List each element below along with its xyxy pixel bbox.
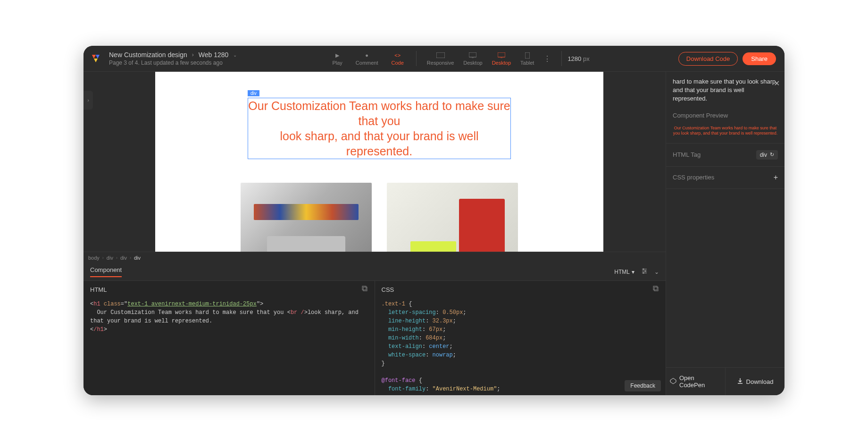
devices-group: Responsive Desktop Desktop Tablet ⋮ [422,49,556,68]
html-title: HTML [90,286,107,293]
sidebar-spacer [666,189,785,367]
css-properties-row[interactable]: CSS properties + [666,167,785,189]
download-label: Download [746,378,774,385]
copy-icon[interactable] [653,286,659,293]
code-icon: <> [394,51,401,59]
html-tag-value: div [760,152,767,158]
panel-tabs: Component HTML▾ ⌄ [83,263,666,281]
css-props-label: CSS properties [673,174,714,181]
device-label: Tablet [520,60,534,66]
language-dropdown[interactable]: HTML▾ [614,269,634,275]
codepen-label: Open CodePen [679,374,721,389]
sidebar-element-text: hard to make sure that you look sharp, a… [666,72,785,109]
svg-rect-17 [654,287,658,291]
header-center: ▶Play ●Comment <>Code Responsive Desktop… [237,49,678,68]
crumb[interactable]: body [88,255,100,261]
desktop-icon [469,51,476,59]
tablet-icon [525,51,530,59]
tool-comment[interactable]: ●Comment [349,49,385,68]
html-tag-row: HTML Tag div↻ [666,144,785,167]
crumb[interactable]: div [107,255,113,261]
selection-box: Our Customization Team works hard to mak… [248,98,511,159]
download-code-button[interactable]: Download Code [678,52,738,66]
codepen-icon [670,378,676,386]
share-button[interactable]: Share [743,52,776,65]
html-code[interactable]: <h1 class="text-1 avenirnext-medium-trin… [83,298,375,395]
page-name[interactable]: Web 1280 [199,51,229,59]
crumb[interactable]: div [120,255,127,261]
canvas-wrap: › div Our Customization Team works hard … [83,72,666,252]
panel-tabs-right: HTML▾ ⌄ [614,268,659,276]
selection-tag-label: div [248,90,259,96]
canvas-size[interactable]: 1280 px [568,55,589,62]
css-panel: CSS .text-1 { letter-spacing: 0.50px; li… [375,281,666,395]
divider [416,51,417,66]
svg-point-12 [643,269,644,270]
sidebar: hard to make sure that you look sharp, a… [666,72,785,395]
chevron-down-icon: ▾ [632,269,634,275]
css-code[interactable]: .text-1 { letter-spacing: 0.50px; line-h… [375,298,666,395]
header-right: Download Code Share [678,52,776,66]
device-desktop-2[interactable]: Desktop [487,49,516,68]
html-tag-label: HTML Tag [673,151,701,158]
chevron-right-icon: › [192,51,194,58]
open-codepen-button[interactable]: Open CodePen [666,368,726,395]
dom-breadcrumb: body› div› div› div [83,252,666,263]
tool-play[interactable]: ▶Play [326,49,349,68]
chevron-right-icon: › [130,255,131,260]
svg-marker-2 [94,59,98,62]
rail-expand-button[interactable]: › [83,91,93,110]
device-label: Desktop [492,60,511,66]
chevron-down-icon[interactable]: ⌄ [654,269,659,275]
play-icon: ▶ [335,51,339,59]
plus-icon[interactable]: + [774,173,778,182]
device-label: Responsive [427,60,454,66]
file-name[interactable]: New Customization design [109,51,187,59]
tool-code[interactable]: <>Code [385,49,410,68]
close-icon[interactable]: ✕ [774,78,780,89]
app-window: New Customization design › Web 1280 ⌄ Pa… [83,46,785,395]
canvas-area[interactable]: div Our Customization Team works hard to… [93,72,666,252]
tools-group: ▶Play ●Comment <>Code [326,49,410,68]
header-left: New Customization design › Web 1280 ⌄ Pa… [109,51,237,66]
svg-rect-18 [653,286,657,290]
file-breadcrumb: New Customization design › Web 1280 ⌄ [109,51,237,59]
chevron-down-icon[interactable]: ⌄ [233,52,237,58]
device-tablet[interactable]: Tablet [516,49,539,68]
language-label: HTML [614,269,630,275]
download-button[interactable]: Download [726,368,785,395]
preview-section-title: Component Preview [666,109,785,124]
chevron-right-icon: › [102,255,104,260]
feedback-button[interactable]: Feedback [625,380,661,391]
size-value: 1280 [568,55,581,62]
image-screenprint[interactable] [387,183,518,252]
tool-label: Comment [356,60,378,66]
chevron-right-icon: › [116,255,117,260]
image-embroidery[interactable] [241,183,372,252]
device-responsive[interactable]: Responsive [422,49,459,68]
comment-icon: ● [365,51,368,59]
main-column: › div Our Customization Team works hard … [83,72,666,395]
svg-rect-6 [498,52,505,57]
tab-component[interactable]: Component [90,266,122,277]
copy-icon[interactable] [362,286,368,293]
page-subinfo: Page 3 of 4. Last updated a few seconds … [109,59,237,66]
download-icon [737,378,743,386]
more-icon[interactable]: ⋮ [539,54,556,63]
app-logo-icon[interactable] [92,55,100,62]
header: New Customization design › Web 1280 ⌄ Pa… [83,46,785,72]
html-tag-selector[interactable]: div↻ [756,150,778,160]
reset-icon[interactable]: ↻ [770,152,774,158]
css-panel-header: CSS [375,281,666,298]
tool-label: Play [332,60,342,66]
crumb-current[interactable]: div [134,255,141,261]
responsive-icon [436,51,445,59]
settings-icon[interactable] [641,268,648,276]
left-rail: › [83,72,93,252]
svg-rect-3 [436,52,445,58]
headline-text: Our Customization Team works hard to mak… [248,98,510,159]
device-desktop[interactable]: Desktop [459,49,487,68]
selected-element[interactable]: div Our Customization Team works hard to… [248,98,511,159]
tool-label: Code [392,60,404,66]
svg-point-14 [643,272,644,274]
